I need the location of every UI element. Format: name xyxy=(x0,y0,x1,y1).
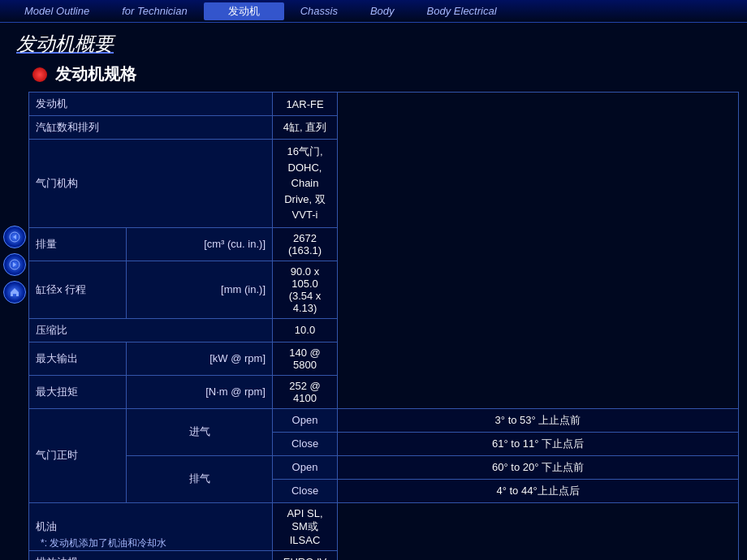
intake-label: 进气 xyxy=(127,408,273,455)
side-icon-back[interactable] xyxy=(3,226,26,248)
row-value: 90.0 x 105.0 (3.54 x 4.13) xyxy=(273,261,338,318)
row-value: 16气门, DOHC,Chain Drive, 双VVT-i xyxy=(273,140,338,228)
row-label: 汽缸数和排列 xyxy=(29,116,273,140)
row-value: 60° to 20° 下止点前 xyxy=(338,455,739,479)
action-label: Open xyxy=(273,455,338,479)
row-value: 2672 (163.1) xyxy=(273,227,338,261)
row-label: 缸径x 行程 xyxy=(29,261,127,318)
row-value: 1AR-FE xyxy=(273,93,338,116)
section-header: 发动机规格 xyxy=(28,63,739,85)
action-label: Open xyxy=(273,408,338,432)
nav-engine[interactable]: 发动机 xyxy=(204,2,284,20)
section-icon xyxy=(32,67,47,82)
row-label: 排放法规 xyxy=(29,550,273,560)
row-label: 发动机 xyxy=(29,93,273,116)
table-row-valve-intake-open: 气门正时 进气 Open 3° to 53° 上止点前 xyxy=(29,408,739,432)
row-value: 10.0 xyxy=(273,318,338,342)
row-label: 最大输出 xyxy=(29,342,127,375)
table-row: 排放法规 EURO IV xyxy=(29,550,739,560)
nav-body-electrical[interactable]: Body Electrical xyxy=(411,5,513,17)
row-value: EURO IV xyxy=(273,550,338,560)
nav-model-outline[interactable]: Model Outline xyxy=(8,5,106,17)
table-row-valve-exhaust-open: 排气 Open 60° to 20° 下止点前 xyxy=(29,455,739,479)
main-wrapper: 发动机规格 发动机 1AR-FE 汽缸数和排列 4缸, 直列 气门机构 16气门… xyxy=(0,63,747,560)
row-label: 气门机构 xyxy=(29,140,273,228)
table-row: 发动机 1AR-FE xyxy=(29,93,739,116)
section-title: 发动机规格 xyxy=(55,63,136,85)
row-unit: [cm³ (cu. in.)] xyxy=(127,227,273,261)
row-unit: [kW @ rpm] xyxy=(127,342,273,375)
nav-chassis[interactable]: Chassis xyxy=(284,5,354,17)
table-row: 气门机构 16气门, DOHC,Chain Drive, 双VVT-i xyxy=(29,140,739,228)
row-value: 252 @ 4100 xyxy=(273,375,338,408)
row-unit: [mm (in.)] xyxy=(127,261,273,318)
table-row: 最大扭矩 [N·m @ rpm] 252 @ 4100 xyxy=(29,375,739,408)
row-label: 压缩比 xyxy=(29,318,273,342)
table-row: 缸径x 行程 [mm (in.)] 90.0 x 105.0 (3.54 x 4… xyxy=(29,261,739,318)
row-unit: [N·m @ rpm] xyxy=(127,375,273,408)
row-label: 最大扭矩 xyxy=(29,375,127,408)
action-label: Close xyxy=(273,432,338,455)
side-icon-forward[interactable] xyxy=(3,253,26,276)
table-row: 最大输出 [kW @ rpm] 140 @ 5800 xyxy=(29,342,739,375)
page-title: 发动机概要 xyxy=(0,23,747,63)
table-area: 发动机规格 发动机 1AR-FE 汽缸数和排列 4缸, 直列 气门机构 16气门… xyxy=(28,63,747,560)
side-icon-home[interactable] xyxy=(3,281,26,304)
table-row: 压缩比 10.0 xyxy=(29,318,739,342)
exhaust-label: 排气 xyxy=(127,455,273,502)
spec-table: 发动机 1AR-FE 汽缸数和排列 4缸, 直列 气门机构 16气门, DOHC… xyxy=(28,92,739,560)
row-value: 3° to 53° 上止点前 xyxy=(338,408,739,432)
table-row: 排量 [cm³ (cu. in.)] 2672 (163.1) xyxy=(29,227,739,261)
nav-body[interactable]: Body xyxy=(354,5,411,17)
action-label: Close xyxy=(273,479,338,502)
row-value: API SL, SM或ILSAC xyxy=(273,502,338,550)
nav-for-technician[interactable]: for Technician xyxy=(106,5,203,17)
valve-timing-label: 气门正时 xyxy=(29,408,127,502)
row-value: 61° to 11° 下止点后 xyxy=(338,432,739,455)
side-nav xyxy=(0,63,28,560)
row-value: 4° to 44°上止点后 xyxy=(338,479,739,502)
row-value: 140 @ 5800 xyxy=(273,342,338,375)
row-value: 4缸, 直列 xyxy=(273,116,338,140)
row-label: 排量 xyxy=(29,227,127,261)
nav-bar: Model Outline for Technician 发动机 Chassis… xyxy=(0,0,747,23)
footer-note: *: 发动机添加了机油和冷却水 xyxy=(41,536,166,550)
table-row: 汽缸数和排列 4缸, 直列 xyxy=(29,116,739,140)
